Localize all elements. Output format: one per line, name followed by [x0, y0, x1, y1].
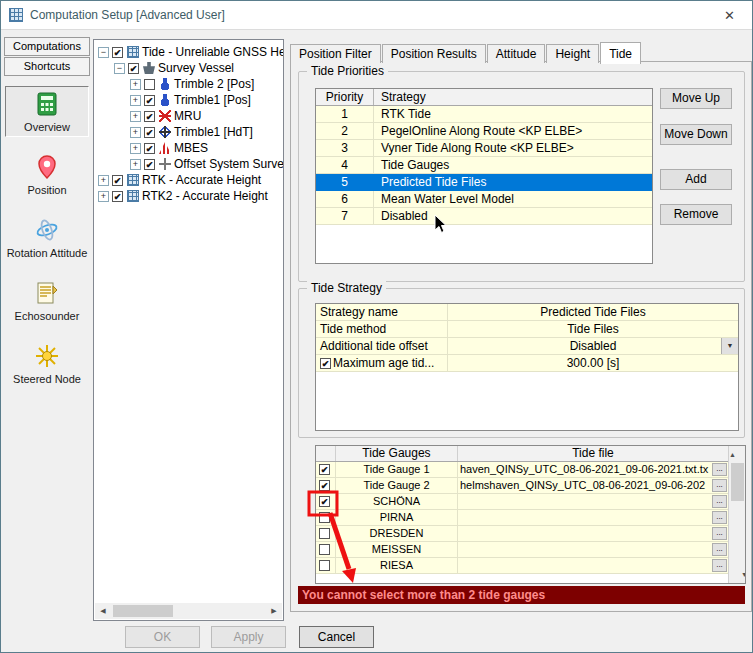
sidebar-item-steered-node[interactable]: Steered Node	[5, 338, 89, 389]
scroll-down-icon[interactable]: ▼	[736, 567, 746, 583]
row-value[interactable]: Predicted Tide Files	[448, 304, 738, 320]
checkbox[interactable]	[144, 79, 155, 90]
gauge-file[interactable]: haven_QINSy_UTC_08-06-2021_09-06-2021.tx…	[458, 462, 728, 477]
checkbox[interactable]	[316, 558, 336, 573]
browse-button[interactable]: ...	[712, 527, 727, 540]
tree-horizontal-scrollbar[interactable]: ◀ ▶	[95, 603, 282, 619]
table-row[interactable]: 6Mean Water Level Model	[316, 191, 652, 208]
sidebar-item-rotation-attitude[interactable]: Rotation Attitude	[5, 212, 89, 263]
checkbox[interactable]: ✔	[112, 191, 123, 202]
gauge-file[interactable]: ...	[458, 494, 728, 509]
checkbox[interactable]	[316, 510, 336, 525]
expand-icon[interactable]: +	[130, 95, 141, 106]
computations-button[interactable]: Computations	[4, 37, 90, 56]
tab-attitude[interactable]: Attitude	[487, 44, 546, 63]
checkbox[interactable]: ✔	[144, 111, 155, 122]
tree-item-trimble2-pos[interactable]: + Trimble 2 [Pos]	[94, 76, 283, 92]
close-icon[interactable]: ✕	[707, 1, 752, 29]
chevron-down-icon[interactable]: ▼	[721, 338, 738, 354]
app-icon	[9, 8, 23, 22]
tree-item-mbes[interactable]: + ✔ MBES	[94, 140, 283, 156]
tree-item-mru[interactable]: + ✔ MRU	[94, 108, 283, 124]
tree-item-offset-system[interactable]: + ✔ Offset System Survey V	[94, 156, 283, 172]
checkbox[interactable]: ✔	[112, 47, 123, 58]
gauge-file[interactable]: ...	[458, 558, 728, 573]
cancel-button[interactable]: Cancel	[299, 626, 374, 648]
tree-item-trimble1-hdt[interactable]: + ✔ Trimble1 [HdT]	[94, 124, 283, 140]
gauge-row-riesa[interactable]: RIESA ...	[316, 558, 728, 574]
checkbox[interactable]: ✔	[144, 143, 155, 154]
table-row[interactable]: 4Tide Gauges	[316, 157, 652, 174]
checkbox[interactable]: ✔	[144, 127, 155, 138]
gauge-file[interactable]: ...	[458, 542, 728, 557]
expand-icon[interactable]: +	[130, 127, 141, 138]
checkbox[interactable]: ✔	[320, 358, 331, 369]
table-row[interactable]: 1RTK Tide	[316, 106, 652, 123]
additional-tide-offset-select[interactable]: Disabled▼	[448, 338, 738, 354]
row-value[interactable]: Tide Files	[448, 321, 738, 337]
gauge-row-pirna[interactable]: PIRNA ...	[316, 510, 728, 526]
expand-icon[interactable]: +	[98, 191, 109, 202]
browse-button[interactable]: ...	[712, 495, 727, 508]
browse-button[interactable]: ...	[712, 559, 727, 572]
expand-icon[interactable]: +	[98, 175, 109, 186]
gauges-vertical-scrollbar[interactable]: ▲ ▼	[728, 446, 745, 583]
sidebar-item-position[interactable]: Position	[5, 149, 89, 200]
gauge-file[interactable]: ...	[458, 526, 728, 541]
checkbox[interactable]	[316, 526, 336, 541]
scroll-right-icon[interactable]: ▶	[266, 603, 282, 619]
checkbox[interactable]: ✔	[144, 159, 155, 170]
collapse-icon[interactable]: −	[114, 63, 125, 74]
gauge-file[interactable]: helmshaven_QINSy_UTC_08-06-2021_09-06-20…	[458, 478, 728, 493]
gauge-row-tide-gauge-1[interactable]: ✔ Tide Gauge 1 haven_QINSy_UTC_08-06-202…	[316, 462, 728, 478]
tree-item-tide[interactable]: − ✔ Tide - Unreliable GNSS Hei	[94, 44, 283, 60]
expand-icon[interactable]: +	[130, 79, 141, 90]
collapse-icon[interactable]: −	[98, 47, 109, 58]
tree-item-trimble1-pos[interactable]: + ✔ Trimble1 [Pos]	[94, 92, 283, 108]
checkbox[interactable]: ✔	[316, 478, 336, 493]
tab-height[interactable]: Height	[546, 44, 599, 63]
sidebar: Computations Shortcuts Overview Position…	[3, 37, 91, 646]
shortcuts-button[interactable]: Shortcuts	[4, 57, 90, 76]
scrollbar-thumb[interactable]	[731, 463, 744, 501]
remove-button[interactable]: Remove	[660, 204, 732, 225]
gauge-row-tide-gauge-2[interactable]: ✔ Tide Gauge 2 helmshaven_QINSy_UTC_08-0…	[316, 478, 728, 494]
gauge-row-schona[interactable]: ✔ SCHÖNA ...	[316, 494, 728, 510]
move-up-button[interactable]: Move Up	[660, 88, 732, 109]
table-row[interactable]: 7Disabled	[316, 208, 652, 225]
vessel-icon	[143, 62, 155, 74]
gauge-row-meissen[interactable]: MEISSEN ...	[316, 542, 728, 558]
scrollbar-thumb[interactable]	[113, 605, 173, 617]
sidebar-item-overview[interactable]: Overview	[5, 86, 89, 137]
tab-position-results[interactable]: Position Results	[382, 44, 486, 63]
table-row-selected[interactable]: 5Predicted Tide Files	[316, 174, 652, 191]
expand-icon[interactable]: +	[130, 111, 141, 122]
checkbox[interactable]: ✔	[128, 63, 139, 74]
tree-item-survey-vessel[interactable]: − ✔ Survey Vessel	[94, 60, 283, 76]
expand-icon[interactable]: +	[130, 143, 141, 154]
browse-button[interactable]: ...	[712, 479, 727, 492]
move-down-button[interactable]: Move Down	[660, 124, 732, 145]
gauge-row-dresden[interactable]: DRESDEN ...	[316, 526, 728, 542]
browse-button[interactable]: ...	[712, 463, 727, 476]
sidebar-item-echosounder[interactable]: Echosounder	[5, 275, 89, 326]
checkbox[interactable]: ✔	[316, 462, 336, 477]
gauge-file[interactable]: ...	[458, 510, 728, 525]
tree-item-rtk2[interactable]: + ✔ RTK2 - Accurate Height	[94, 188, 283, 204]
tree-item-rtk[interactable]: + ✔ RTK - Accurate Height	[94, 172, 283, 188]
table-row[interactable]: 2PegelOnline Along Route <KP ELBE>	[316, 123, 652, 140]
expand-icon[interactable]: +	[130, 159, 141, 170]
checkbox[interactable]: ✔	[316, 494, 336, 509]
checkbox[interactable]: ✔	[112, 175, 123, 186]
browse-button[interactable]: ...	[712, 543, 727, 556]
table-row[interactable]: 3Vyner Tide Along Route <KP ELBE>	[316, 140, 652, 157]
scroll-up-icon[interactable]: ▲	[729, 451, 736, 458]
tab-position-filter[interactable]: Position Filter	[290, 44, 381, 63]
checkbox[interactable]: ✔	[144, 95, 155, 106]
checkbox[interactable]	[316, 542, 336, 557]
tab-tide[interactable]: Tide	[600, 42, 641, 64]
add-button[interactable]: Add	[660, 169, 732, 190]
row-value[interactable]: 300.00 [s]	[448, 355, 738, 371]
browse-button[interactable]: ...	[712, 511, 727, 524]
scroll-left-icon[interactable]: ◀	[95, 603, 111, 619]
